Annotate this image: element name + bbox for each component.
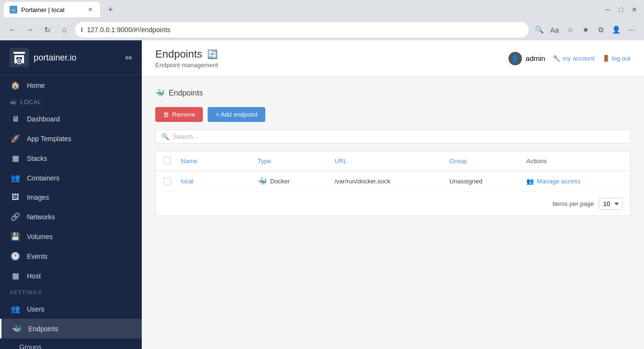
- header-left: Endpoints 🔄 Endpoint management: [155, 48, 508, 69]
- app-templates-icon: 🚀: [10, 134, 21, 143]
- sidebar-item-home-label: Home: [27, 82, 132, 89]
- sidebar-item-groups[interactable]: Groups: [0, 338, 142, 349]
- page-refresh-icon[interactable]: 🔄: [207, 49, 218, 60]
- sidebar-item-dashboard[interactable]: 🖥 Dashboard: [0, 109, 142, 129]
- remove-button[interactable]: 🗑 Remove: [155, 107, 203, 122]
- row-name: local: [181, 178, 258, 185]
- pagination-bar: Items per page 10 25 50: [156, 192, 630, 216]
- docker-type-icon: 🐳: [258, 177, 267, 186]
- section-title: 🐳 Endpoints: [155, 88, 631, 97]
- admin-avatar: 👤: [508, 52, 522, 65]
- address-bar[interactable]: ℹ 127.0.0.1:9000/#!/endpoints: [75, 22, 529, 37]
- row-checkbox-cell: [163, 178, 181, 185]
- sidebar-item-images[interactable]: 🖼 Images: [0, 188, 142, 207]
- content-area: 🐳 Endpoints 🗑 Remove + Add endpoint 🔍: [142, 77, 644, 349]
- sidebar-toggle-button[interactable]: ⇔: [125, 52, 132, 63]
- tab-close-button[interactable]: ✕: [87, 6, 94, 13]
- sidebar-item-endpoints-label: Endpoints: [28, 325, 132, 333]
- main-content: Endpoints 🔄 Endpoint management 👤 admin …: [142, 40, 644, 349]
- endpoint-name-link[interactable]: local: [181, 178, 194, 185]
- header-name[interactable]: Name: [181, 157, 258, 165]
- endpoint-group: Unassigned: [449, 178, 483, 185]
- back-button[interactable]: ←: [6, 23, 19, 36]
- containers-icon: 👥: [10, 173, 21, 182]
- manage-access-button[interactable]: 👥 Manage access: [526, 178, 581, 185]
- favorites-bar-icon[interactable]: ★: [579, 23, 592, 36]
- events-icon: 🕐: [10, 252, 21, 261]
- row-group: Unassigned: [449, 178, 526, 185]
- lock-icon: ℹ: [81, 26, 83, 33]
- favorites-icon[interactable]: ☆: [563, 23, 577, 36]
- endpoint-type: Docker: [270, 178, 290, 185]
- minimize-button[interactable]: ─: [602, 4, 613, 15]
- per-page-label: Items per page: [552, 200, 594, 207]
- refresh-button[interactable]: ↻: [40, 23, 54, 36]
- stacks-icon: ▦: [10, 154, 21, 163]
- header-group[interactable]: Group: [449, 157, 526, 165]
- header-url[interactable]: URL: [334, 157, 449, 165]
- close-button[interactable]: ✕: [629, 4, 640, 15]
- dashboard-icon: 🖥: [10, 115, 21, 123]
- search-icon: 🔍: [161, 133, 169, 140]
- sidebar-item-host[interactable]: ▦ Host: [0, 266, 142, 286]
- home-icon: 🏠: [10, 81, 21, 90]
- sidebar-item-events-label: Events: [27, 253, 132, 260]
- sidebar-item-images-label: Images: [27, 193, 132, 201]
- sidebar-item-networks[interactable]: 🔗 Networks: [0, 207, 142, 227]
- svg-point-6: [18, 60, 20, 62]
- browser-tab[interactable]: 🐳 Portainer | local ✕: [4, 2, 100, 17]
- row-url: /var/run/docker.sock: [334, 178, 449, 185]
- sidebar: portainer.io ⇔ 🏠 Home 🐳 LOCAL 🖥 Dashboar…: [0, 40, 142, 349]
- sidebar-item-events[interactable]: 🕐 Events: [0, 246, 142, 266]
- translate-icon[interactable]: Aa: [548, 23, 561, 36]
- sidebar-item-stacks[interactable]: ▦ Stacks: [0, 148, 142, 168]
- sidebar-item-containers[interactable]: 👥 Containers: [0, 168, 142, 188]
- sidebar-item-app-templates[interactable]: 🚀 App Templates: [0, 129, 142, 148]
- new-tab-button[interactable]: +: [104, 3, 117, 16]
- address-text: 127.0.0.1:9000/#!/endpoints: [87, 26, 523, 34]
- svg-rect-1: [13, 52, 25, 54]
- sidebar-logo: portainer.io ⇔: [0, 40, 142, 75]
- maximize-button[interactable]: □: [615, 4, 627, 15]
- my-account-link[interactable]: 🔧 my account: [553, 55, 594, 62]
- sidebar-item-home[interactable]: 🏠 Home: [0, 75, 142, 95]
- sidebar-item-users-label: Users: [27, 305, 132, 313]
- sidebar-item-networks-label: Networks: [27, 213, 132, 221]
- endpoints-icon: 🐳: [11, 324, 23, 333]
- networks-icon: 🔗: [10, 212, 21, 221]
- sidebar-item-volumes[interactable]: 💾 Volumes: [0, 227, 142, 246]
- logo-text: portainer.io: [34, 53, 76, 63]
- portainer-logo-icon: [10, 48, 29, 67]
- users-icon: 👥: [10, 304, 21, 313]
- more-icon[interactable]: ⋯: [625, 23, 638, 36]
- header-actions: Actions: [526, 157, 622, 165]
- main-header: Endpoints 🔄 Endpoint management 👤 admin …: [142, 40, 644, 77]
- row-checkbox[interactable]: [163, 178, 171, 185]
- sidebar-item-users[interactable]: 👥 Users: [0, 299, 142, 319]
- toolbar-actions: 🔍 Aa ☆ ★ ⧉ 👤 ⋯: [533, 23, 638, 36]
- table-row: local 🐳 Docker /var/run/docker.sock Unas…: [156, 171, 630, 192]
- section-icon: 🐳: [155, 88, 165, 97]
- sidebar-item-dashboard-label: Dashboard: [27, 115, 132, 123]
- images-icon: 🖼: [10, 193, 21, 202]
- header-type[interactable]: Type: [258, 157, 334, 165]
- sidebar-item-endpoints[interactable]: 🐳 Endpoints: [0, 319, 142, 338]
- search-bar[interactable]: 🔍: [155, 130, 631, 144]
- collections-icon[interactable]: ⧉: [594, 23, 607, 36]
- endpoints-table: Name Type URL Group Actions local: [155, 151, 631, 216]
- search-input[interactable]: [173, 133, 624, 140]
- select-all-checkbox[interactable]: [163, 156, 171, 164]
- per-page-select[interactable]: 10 25 50: [599, 198, 622, 210]
- profile-icon[interactable]: 👤: [609, 23, 623, 36]
- search-browser-icon[interactable]: 🔍: [533, 23, 546, 36]
- add-endpoint-button[interactable]: + Add endpoint: [208, 107, 265, 122]
- table-header: Name Type URL Group Actions: [156, 152, 630, 171]
- trash-icon: 🗑: [163, 111, 169, 118]
- forward-button[interactable]: →: [23, 23, 37, 36]
- page-subtitle: Endpoint management: [155, 61, 508, 69]
- whale-icon: 🐳: [10, 99, 17, 106]
- page-title: Endpoints: [155, 48, 202, 60]
- log-out-link[interactable]: 🚪 log out: [602, 55, 631, 62]
- home-button[interactable]: ⌂: [58, 23, 71, 36]
- endpoint-url: /var/run/docker.sock: [334, 178, 390, 185]
